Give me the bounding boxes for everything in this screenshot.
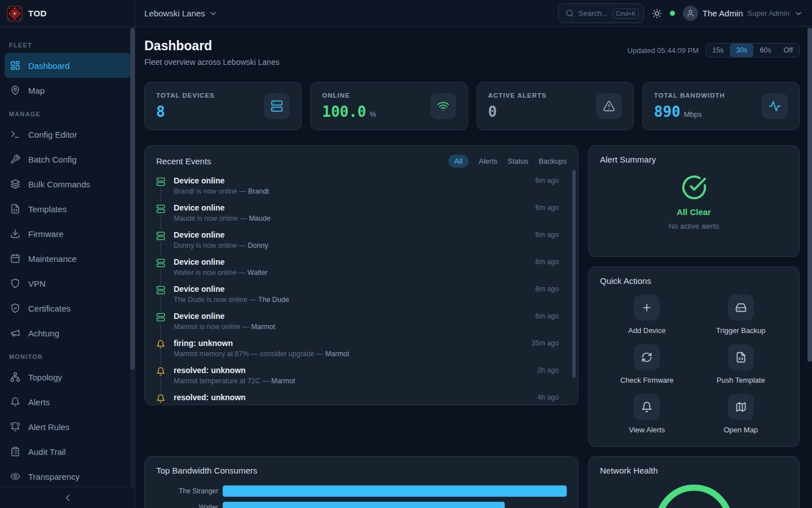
page-title: Dashboard — [144, 38, 280, 54]
sidebar-item-firmware[interactable]: Firmware — [5, 221, 131, 246]
server-icon — [156, 203, 165, 215]
event-row[interactable]: Device onlineWalter is now online — Walt… — [156, 257, 567, 284]
network-health-title: Network Health — [600, 466, 788, 475]
bandwidth-panel: Top Bandwidth Consumers The Stranger Wal… — [144, 456, 579, 508]
network-health-gauge: 100 — [600, 481, 788, 508]
tab-alerts[interactable]: Alerts — [479, 155, 497, 168]
bandwidth-bar-the-stranger: The Stranger — [156, 485, 567, 497]
tab-status[interactable]: Status — [508, 155, 528, 168]
event-time: 6m ago — [535, 231, 567, 239]
event-row[interactable]: Device onlineDonny is now online — Donny… — [156, 230, 567, 257]
event-row[interactable]: Device onlineMaude is now online — Maude… — [156, 203, 567, 230]
event-row[interactable]: firing: unknownMarmot memory at 87% — co… — [156, 338, 567, 365]
search-shortcut-badge: Cmd+K — [612, 8, 639, 19]
search-input[interactable]: Search... Cmd+K — [558, 3, 644, 23]
refresh-cw-icon — [634, 344, 660, 370]
alert-triangle-icon — [596, 93, 622, 119]
sidebar-item-templates[interactable]: Templates — [5, 196, 131, 221]
sidebar-item-certificates[interactable]: Certificates — [5, 296, 131, 321]
event-time: 6m ago — [535, 204, 567, 212]
main-scrollbar[interactable] — [807, 28, 812, 362]
bell-ring-icon — [10, 422, 20, 432]
file-code-icon — [728, 344, 754, 370]
server-icon — [156, 230, 165, 242]
sidebar-item-vpn[interactable]: VPN — [5, 271, 131, 296]
alert-summary-detail: No active alerts — [669, 222, 720, 230]
alert-summary-title: Alert Summary — [600, 155, 656, 164]
quick-action-add-device[interactable]: Add Device — [600, 295, 694, 335]
user-name: The Admin — [703, 8, 743, 18]
calendar-icon — [10, 253, 20, 264]
refresh-option-15s[interactable]: 15s — [706, 43, 730, 57]
quick-action-trigger-backup[interactable]: Trigger Backup — [694, 295, 788, 335]
event-row[interactable]: resolved: unknownMarmot temperature at 7… — [156, 365, 567, 392]
user-icon — [686, 9, 695, 17]
server-icon — [156, 311, 165, 323]
server-icon — [264, 93, 290, 119]
nav-section-label-monitor: MONITOR — [9, 353, 126, 360]
eye-icon — [10, 471, 20, 481]
stat-card-total-bandwidth: TOTAL BANDWIDTH 890 Mbps — [642, 82, 800, 130]
quick-action-push-template[interactable]: Push Template — [694, 344, 788, 384]
sidebar-item-bulk-commands[interactable]: Bulk Commands — [5, 172, 131, 196]
sidebar-item-audit-trail[interactable]: Audit Trail — [5, 439, 131, 464]
tab-backups[interactable]: Backups — [539, 155, 567, 168]
sidebar-item-transparency[interactable]: Transparency — [5, 464, 131, 487]
sidebar-item-alerts[interactable]: Alerts — [5, 389, 131, 414]
fleet-selector-label: Lebowski Lanes — [144, 8, 205, 18]
event-row[interactable]: Device onlineMarmot is now online — Marm… — [156, 311, 567, 338]
sidebar-scrollbar[interactable] — [130, 28, 135, 370]
event-row[interactable]: Device onlineBrandt is now online — Bran… — [156, 176, 567, 203]
events-scrollbar[interactable] — [572, 170, 576, 378]
stats-row: TOTAL DEVICES 8 ONLINE 100.0 % ACTIVE AL… — [144, 82, 800, 130]
sidebar-item-achtung[interactable]: Achtung — [5, 321, 131, 345]
brand: TOD — [0, 0, 135, 27]
network-health-panel: Network Health 100 — [588, 456, 800, 508]
event-row[interactable]: Device onlineThe Dude is now online — Th… — [156, 284, 567, 311]
refresh-option-off[interactable]: Off — [778, 43, 799, 57]
sidebar-item-map[interactable]: Map — [5, 78, 131, 103]
search-icon — [566, 9, 574, 17]
bell-icon — [156, 392, 165, 405]
sidebar-item-alert-rules[interactable]: Alert Rules — [5, 414, 131, 439]
event-row[interactable]: resolved: unknown 4h ago — [156, 392, 567, 405]
recent-events-title: Recent Events — [156, 156, 211, 166]
map-icon — [728, 394, 754, 420]
quick-actions-title: Quick Actions — [600, 276, 788, 286]
check-circle-icon — [681, 174, 707, 200]
bell-icon — [156, 338, 165, 351]
sidebar-item-topology[interactable]: Topology — [5, 365, 131, 389]
chevron-down-icon — [794, 9, 803, 18]
sidebar-item-maintenance[interactable]: Maintenance — [5, 246, 131, 271]
sidebar-item-dashboard[interactable]: Dashboard — [5, 53, 131, 78]
sidebar-item-batch-config[interactable]: Batch Config — [5, 147, 131, 172]
tab-all[interactable]: All — [448, 155, 469, 168]
bandwidth-bar-walter: Walter — [156, 502, 567, 508]
quick-action-open-map[interactable]: Open Map — [694, 394, 788, 434]
updated-timestamp: Updated 05:44:09 PM — [628, 46, 699, 55]
fleet-selector[interactable]: Lebowski Lanes — [144, 8, 218, 18]
topbar-right: Search... Cmd+K The Admin Super Admin — [558, 3, 803, 23]
wifi-icon — [430, 93, 456, 119]
quick-action-check-firmware[interactable]: Check Firmware — [600, 344, 694, 384]
sidebar-collapse-button[interactable] — [63, 493, 73, 503]
event-filter-tabs: AllAlertsStatusBackups — [448, 155, 567, 168]
main-content: Dashboard Fleet overview across Lebowski… — [135, 27, 812, 508]
network-icon — [10, 372, 20, 382]
terminal-icon — [10, 129, 20, 139]
refresh-option-60s[interactable]: 60s — [753, 43, 777, 57]
search-placeholder: Search... — [579, 9, 608, 17]
user-menu[interactable]: The Admin Super Admin — [683, 6, 803, 21]
topbar-main: Lebowski Lanes Search... Cmd+K The A — [135, 0, 812, 27]
theme-toggle-button[interactable] — [652, 8, 662, 19]
quick-action-view-alerts[interactable]: View Alerts — [600, 394, 694, 434]
refresh-option-30s[interactable]: 30s — [730, 43, 753, 57]
event-time: 2h ago — [537, 366, 567, 374]
chevron-down-icon — [209, 9, 218, 18]
sidebar-item-config-editor[interactable]: Config Editor — [5, 122, 131, 147]
bandwidth-bars: The Stranger Walter — [156, 485, 567, 508]
page-subtitle: Fleet overview across Lebowski Lanes — [144, 58, 280, 67]
bandwidth-title: Top Bandwidth Consumers — [156, 466, 567, 475]
sidebar-footer — [0, 487, 135, 508]
brand-name: TOD — [28, 8, 47, 18]
